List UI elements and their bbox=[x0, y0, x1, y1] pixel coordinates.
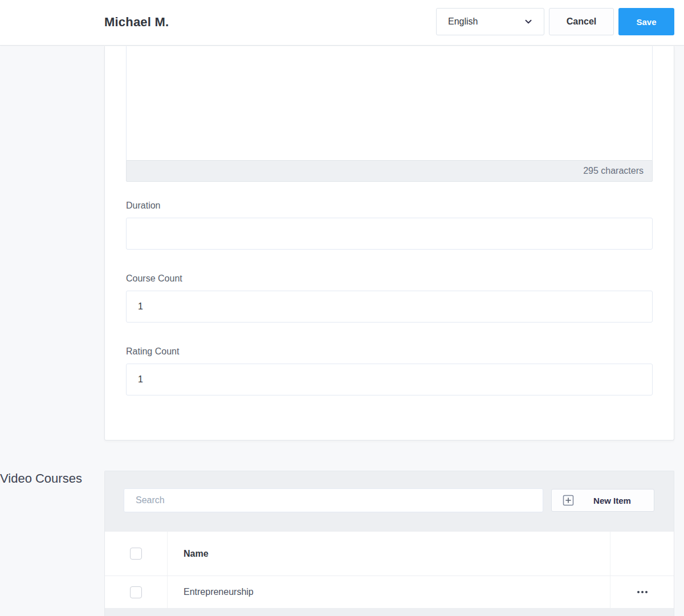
rating-count-field-group: Rating Count bbox=[126, 346, 653, 395]
row-actions-cell bbox=[610, 576, 674, 608]
row-checkbox[interactable] bbox=[130, 586, 142, 598]
video-courses-card: New Item Name Entrepreneurship bbox=[104, 471, 674, 616]
cancel-button[interactable]: Cancel bbox=[549, 8, 614, 35]
language-selected-value: English bbox=[437, 17, 523, 27]
course-count-label: Course Count bbox=[126, 273, 653, 284]
ellipsis-icon bbox=[637, 591, 640, 593]
video-courses-table: Name Entrepreneurship bbox=[105, 532, 674, 609]
duration-field-group: Duration bbox=[126, 200, 653, 250]
duration-input[interactable] bbox=[126, 218, 653, 250]
language-selector[interactable]: English bbox=[436, 8, 544, 35]
course-count-input[interactable] bbox=[126, 291, 653, 323]
row-name-cell: Entrepreneurship bbox=[168, 576, 610, 608]
page-header: Michael M. English Cancel Save bbox=[0, 0, 684, 46]
table-row[interactable]: Entrepreneurship bbox=[105, 576, 674, 609]
row-actions-button[interactable] bbox=[633, 586, 652, 598]
name-column-header: Name bbox=[168, 532, 610, 576]
rating-count-label: Rating Count bbox=[126, 346, 653, 357]
course-count-field-group: Course Count bbox=[126, 273, 653, 323]
search-input[interactable] bbox=[124, 488, 543, 512]
row-select-cell bbox=[105, 576, 168, 608]
save-button[interactable]: Save bbox=[618, 8, 674, 35]
table-header-row: Name bbox=[105, 532, 674, 576]
rating-count-input[interactable] bbox=[126, 364, 653, 395]
actions-column-header bbox=[610, 532, 674, 576]
page-title: Michael M. bbox=[104, 15, 169, 30]
character-counter: 295 characters bbox=[126, 160, 653, 182]
description-editor: 295 characters bbox=[126, 46, 653, 182]
select-all-checkbox[interactable] bbox=[130, 548, 142, 560]
chevron-down-icon bbox=[523, 17, 534, 27]
duration-label: Duration bbox=[126, 200, 653, 211]
plus-square-icon bbox=[561, 493, 575, 507]
select-all-cell bbox=[105, 532, 168, 576]
new-item-label: New Item bbox=[575, 496, 654, 505]
new-item-button[interactable]: New Item bbox=[551, 489, 654, 512]
description-textarea[interactable] bbox=[126, 46, 653, 160]
edit-form-card: 295 characters Duration Course Count Rat… bbox=[104, 46, 674, 440]
video-courses-section-title: Video Courses bbox=[0, 471, 82, 486]
